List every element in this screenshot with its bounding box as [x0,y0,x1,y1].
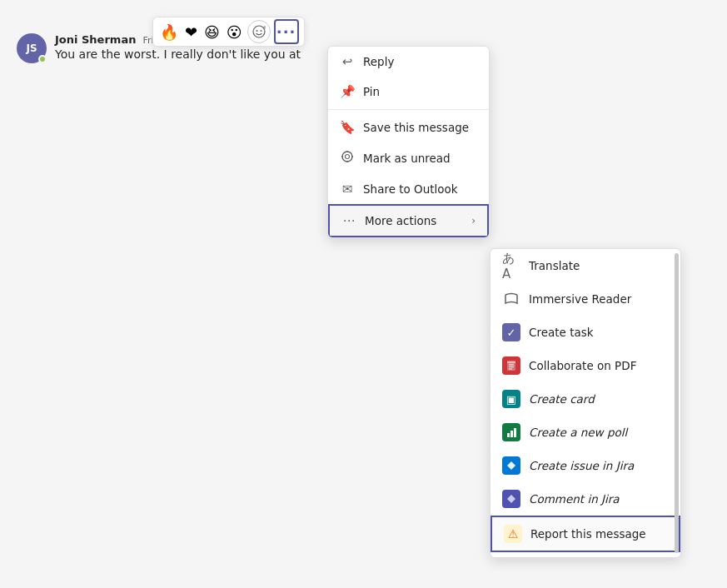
menu-item-save[interactable]: 🔖 Save this message [328,112,489,142]
save-icon: 🔖 [340,120,355,135]
emoji-laugh[interactable]: 😆 [202,22,222,42]
svg-rect-13 [514,428,516,437]
submenu-label-immersive-reader: Immersive Reader [529,292,631,306]
translate-icon: あA [502,257,520,275]
submenu-item-create-jira-issue[interactable]: Create issue in Jira [490,449,680,482]
pin-icon: 📌 [340,84,355,99]
submenu-label-create-card: Create card [529,392,595,406]
submenu-item-translate[interactable]: あA Translate [490,249,680,282]
menu-label-save: Save this message [363,121,469,134]
submenu-item-collaborate-pdf[interactable]: Collaborate on PDF [490,349,680,382]
menu-divider-1 [328,109,489,110]
more-emojis-button[interactable]: + [247,20,271,43]
arrow-icon: › [471,215,476,227]
svg-point-5 [346,155,350,159]
report-message-icon: ⚠ [504,525,522,543]
submenu-item-create-action[interactable]: + Create new action [490,552,680,557]
reply-icon: ↩ [340,54,355,69]
submenu-item-create-task[interactable]: ✓ Create task [490,316,680,349]
create-task-icon: ✓ [502,323,520,341]
emoji-heart[interactable]: ❤️ [183,22,199,42]
menu-label-mark-unread: Mark as unread [363,152,451,165]
menu-label-more-actions: More actions [365,214,436,227]
menu-item-pin[interactable]: 📌 Pin [328,77,489,107]
menu-item-mark-unread[interactable]: Mark as unread [328,142,489,174]
comment-jira-icon [502,490,520,508]
submenu-item-create-poll[interactable]: Create a new poll [490,416,680,449]
submenu-label-report-message: Report this message [530,527,646,541]
more-actions-icon-button[interactable]: ··· [274,19,299,44]
submenu: あA Translate Immersive Reader ✓ Create t… [490,248,681,558]
chat-area: JS Joni Sherman Frid You are the worst. … [0,0,727,588]
sender-name: Joni Sherman [55,33,136,46]
immersive-reader-icon [502,290,520,308]
submenu-label-create-jira-issue: Create issue in Jira [529,459,634,472]
submenu-label-translate: Translate [529,259,580,272]
online-badge [38,55,47,63]
submenu-scroll[interactable]: あA Translate Immersive Reader ✓ Create t… [490,249,680,557]
avatar: JS [17,33,47,63]
svg-point-1 [256,30,257,32]
create-poll-icon [502,423,520,441]
submenu-label-create-poll: Create a new poll [529,426,627,439]
submenu-item-comment-jira[interactable]: Comment in Jira [490,482,680,516]
emoji-wow[interactable]: 😮 [225,22,244,42]
scrollbar[interactable] [675,253,679,553]
submenu-item-report-message[interactable]: ⚠ Report this message [490,516,680,552]
submenu-item-create-card[interactable]: ▣ Create card [490,382,680,416]
svg-point-4 [342,152,352,162]
context-menu: ↩ Reply 📌 Pin 🔖 Save this message [327,46,490,238]
menu-item-share-outlook[interactable]: ✉ Share to Outlook [328,174,489,204]
svg-rect-11 [507,433,510,437]
create-jira-issue-icon [502,456,520,475]
emoji-fire[interactable]: 🔥 [158,22,180,42]
svg-text:+: + [262,25,266,31]
submenu-label-create-task: Create task [529,326,594,339]
mark-unread-icon [340,150,355,167]
menu-label-share-outlook: Share to Outlook [363,182,458,196]
menu-item-more-actions[interactable]: ⋯ More actions › [328,204,489,237]
collaborate-pdf-icon [502,356,520,375]
more-actions-icon: ⋯ [341,213,356,228]
menu-item-reply[interactable]: ↩ Reply [328,47,489,77]
svg-rect-12 [510,431,513,437]
submenu-label-collaborate-pdf: Collaborate on PDF [529,359,636,372]
menu-label-reply: Reply [363,55,394,68]
create-card-icon: ▣ [502,390,520,408]
reaction-bar: 🔥 ❤️ 😆 😮 + ··· [152,17,305,47]
menu-label-pin: Pin [363,85,380,98]
share-outlook-icon: ✉ [340,182,355,197]
submenu-label-comment-jira: Comment in Jira [529,492,620,506]
submenu-item-immersive-reader[interactable]: Immersive Reader [490,282,680,316]
